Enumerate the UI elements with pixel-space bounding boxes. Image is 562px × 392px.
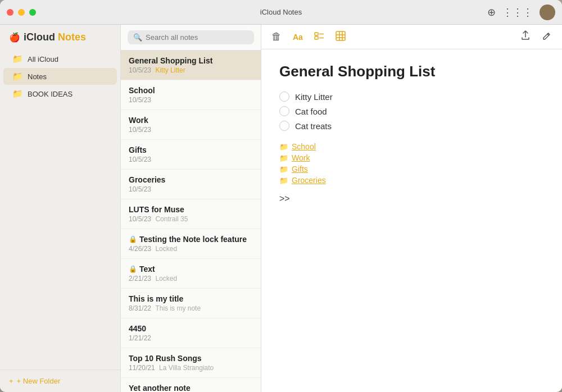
- note-meta: 10/5/23: [129, 126, 253, 134]
- note-title: General Shopping List: [129, 56, 212, 65]
- checklist-item-0: Kitty Litter: [279, 92, 544, 102]
- note-item[interactable]: Groceries 10/5/23: [121, 170, 261, 199]
- note-item-header: Yet another note: [129, 384, 253, 392]
- search-input[interactable]: [146, 33, 248, 42]
- sidebar-item-book-ideas[interactable]: 📁 BOOK IDEAS: [3, 85, 117, 102]
- app-window: iCloud Notes ⊕ ⋮⋮⋮ 🍎 iCloud Notes 📁 All …: [0, 0, 562, 392]
- note-item[interactable]: Gifts 10/5/23: [121, 140, 261, 170]
- checkbox-0[interactable]: [279, 92, 289, 102]
- note-link-0: 📁 School: [279, 142, 544, 151]
- share-button[interactable]: [519, 29, 532, 44]
- note-item[interactable]: This is my title 8/31/22 This is my note: [121, 289, 261, 318]
- search-area: 🔍: [121, 25, 261, 51]
- note-footer-text: >>: [279, 194, 544, 204]
- note-item[interactable]: Yet another note: [121, 378, 261, 392]
- note-item[interactable]: Work 10/5/23: [121, 110, 261, 140]
- checklist-button[interactable]: [313, 30, 325, 44]
- note-title: Top 10 Rush Songs: [129, 354, 202, 363]
- lock-icon: 🔒: [129, 265, 137, 273]
- font-button[interactable]: Aa: [292, 31, 304, 43]
- close-button[interactable]: [7, 9, 13, 16]
- note-toolbar: 🗑 Aa: [261, 25, 562, 49]
- note-item-header: LUTS for Muse: [129, 205, 253, 214]
- sidebar-item-all-icloud[interactable]: 📁 All iCloud: [3, 51, 117, 67]
- note-detail: 🗑 Aa: [261, 25, 562, 392]
- folder-icon: 📁: [279, 154, 288, 162]
- note-link-label-2[interactable]: Gifts: [292, 165, 308, 174]
- titlebar: iCloud Notes ⊕ ⋮⋮⋮: [0, 0, 562, 25]
- note-link-label-3[interactable]: Groceries: [292, 176, 326, 185]
- note-title: School: [129, 86, 155, 95]
- note-item[interactable]: 🔒 Text 2/21/23 Locked: [121, 259, 261, 289]
- checklist-text-0: Kitty Litter: [295, 92, 333, 102]
- notes-list: 🔍 General Shopping List 10/5/23 Kitty Li…: [121, 25, 261, 392]
- folder-icon: 📁: [12, 54, 23, 64]
- brand-label: iCloud Notes: [24, 31, 86, 43]
- note-item-header: Work: [129, 116, 253, 125]
- svg-rect-2: [315, 37, 318, 39]
- sidebar-item-label: Notes: [28, 72, 47, 81]
- sidebar-footer: + + New Folder: [0, 370, 120, 392]
- note-title: LUTS for Muse: [129, 205, 184, 214]
- note-meta: 11/20/21 La Villa Strangiato: [129, 364, 253, 372]
- new-folder-button[interactable]: + + New Folder: [9, 377, 60, 385]
- note-item-header: Groceries: [129, 175, 253, 184]
- notes-items: General Shopping List 10/5/23 Kitty Litt…: [121, 51, 261, 392]
- sidebar-item-notes[interactable]: 📁 Notes: [3, 68, 117, 85]
- note-title: This is my title: [129, 294, 183, 303]
- note-item[interactable]: 🔒 Testing the Note lock feature 4/26/23 …: [121, 229, 261, 259]
- edit-note-button[interactable]: [541, 29, 553, 44]
- table-button[interactable]: [334, 30, 347, 44]
- note-item-header: Top 10 Rush Songs: [129, 354, 253, 363]
- note-link-3: 📁 Groceries: [279, 176, 544, 185]
- note-item[interactable]: School 10/5/23: [121, 80, 261, 110]
- svg-rect-0: [315, 33, 318, 35]
- maximize-button[interactable]: [29, 9, 36, 16]
- note-item-header: 🔒 Testing the Note lock feature: [129, 235, 253, 244]
- folder-icon: 📁: [279, 176, 288, 185]
- sidebar: 🍎 iCloud Notes 📁 All iCloud 📁 Notes 📁 BO…: [0, 25, 121, 392]
- svg-rect-4: [336, 31, 345, 40]
- search-wrapper: 🔍: [128, 30, 254, 44]
- folder-icon: 📁: [279, 165, 288, 174]
- checkbox-1[interactable]: [279, 106, 289, 116]
- window-controls: [7, 9, 36, 16]
- add-note-button[interactable]: ⊕: [487, 6, 496, 19]
- toolbar-right: [519, 29, 553, 44]
- apple-logo: 🍎: [9, 32, 20, 43]
- note-meta: 10/5/23: [129, 96, 253, 104]
- note-content: General Shopping List Kitty Litter Cat f…: [261, 49, 562, 392]
- new-folder-label: + New Folder: [17, 377, 61, 385]
- grid-button[interactable]: ⋮⋮⋮: [502, 6, 533, 19]
- folder-icon: 📁: [12, 89, 23, 99]
- trash-button[interactable]: 🗑: [270, 30, 283, 44]
- note-meta: 8/31/22 This is my note: [129, 304, 253, 312]
- minimize-button[interactable]: [18, 9, 25, 16]
- note-meta: 1/21/22: [129, 334, 253, 342]
- note-title: Work: [129, 116, 148, 125]
- window-title: iCloud Notes: [260, 8, 302, 16]
- note-item[interactable]: Top 10 Rush Songs 11/20/21 La Villa Stra…: [121, 348, 261, 378]
- sidebar-item-label: BOOK IDEAS: [28, 90, 72, 98]
- sidebar-item-label: All iCloud: [28, 55, 58, 63]
- note-meta: 10/5/23 Contrail 35: [129, 215, 253, 223]
- plus-icon: +: [9, 377, 13, 385]
- note-item-header: General Shopping List: [129, 56, 253, 65]
- note-link-1: 📁 Work: [279, 153, 544, 162]
- sidebar-header: 🍎 iCloud Notes: [0, 25, 120, 48]
- note-item-header: Gifts: [129, 145, 253, 154]
- avatar[interactable]: [540, 4, 555, 20]
- note-link-label-1[interactable]: Work: [292, 153, 310, 162]
- main-content: 🍎 iCloud Notes 📁 All iCloud 📁 Notes 📁 BO…: [0, 25, 562, 392]
- note-title: 4450: [129, 324, 146, 333]
- checklist-item-2: Cat treats: [279, 121, 544, 131]
- note-meta: 10/5/23 Kitty Litter: [129, 66, 253, 74]
- note-item[interactable]: General Shopping List 10/5/23 Kitty Litt…: [121, 51, 261, 80]
- note-item[interactable]: 4450 1/21/22: [121, 318, 261, 348]
- note-title: Testing the Note lock feature: [139, 235, 247, 244]
- note-item[interactable]: LUTS for Muse 10/5/23 Contrail 35: [121, 199, 261, 229]
- toolbar-left: 🗑 Aa: [270, 30, 347, 44]
- note-link-label-0[interactable]: School: [292, 142, 316, 151]
- checkbox-2[interactable]: [279, 121, 289, 131]
- note-meta: 10/5/23: [129, 156, 253, 163]
